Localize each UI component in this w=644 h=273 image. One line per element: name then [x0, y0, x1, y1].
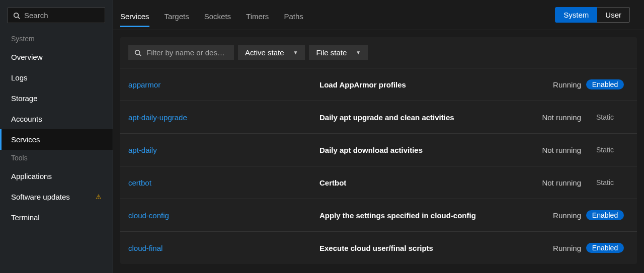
- service-row[interactable]: cloud-finalExecute cloud user/final scri…: [120, 231, 637, 264]
- chevron-down-icon: ▼: [293, 50, 298, 55]
- file-state-dropdown[interactable]: File state ▼: [309, 45, 368, 60]
- chevron-down-icon: ▼: [356, 50, 361, 55]
- section-header: Tools: [0, 150, 113, 166]
- header: ServicesTargetsSocketsTimersPaths System…: [113, 0, 644, 30]
- svg-line-3: [139, 54, 141, 56]
- warning-icon: ⚠: [96, 193, 102, 201]
- service-status: Not running: [521, 113, 581, 122]
- service-row[interactable]: apt-dailyDaily apt download activitiesNo…: [120, 133, 637, 166]
- tab-sockets[interactable]: Sockets: [204, 3, 231, 27]
- search-container: [0, 0, 113, 31]
- sidebar-item-label: Applications: [11, 172, 52, 180]
- service-name[interactable]: apt-daily: [128, 146, 319, 154]
- sidebar-item-software-updates[interactable]: Software updates⚠: [0, 187, 113, 207]
- svg-line-1: [18, 17, 20, 19]
- service-description: Daily apt upgrade and clean activities: [319, 113, 521, 122]
- tab-targets[interactable]: Targets: [165, 3, 189, 27]
- search-box[interactable]: [8, 8, 105, 23]
- service-file-state: Enabled: [581, 210, 629, 220]
- sidebar-item-storage[interactable]: Storage: [0, 88, 113, 109]
- service-row[interactable]: cloud-configApply the settings specified…: [120, 199, 637, 231]
- sidebar-item-logs[interactable]: Logs: [0, 67, 113, 88]
- status-badge: Enabled: [586, 79, 624, 89]
- service-description: Execute cloud user/final scripts: [319, 244, 521, 252]
- active-state-label: Active state: [245, 48, 284, 57]
- section-header: System: [0, 31, 113, 47]
- sidebar-item-label: Accounts: [11, 115, 42, 123]
- sidebar-item-label: Logs: [11, 73, 28, 82]
- status-badge: Enabled: [586, 210, 624, 220]
- service-name[interactable]: cloud-config: [128, 211, 319, 220]
- service-row[interactable]: certbotCertbotNot runningStatic: [120, 166, 637, 199]
- search-input[interactable]: [24, 11, 100, 20]
- service-status: Running: [521, 80, 581, 89]
- service-status: Not running: [521, 146, 581, 154]
- service-status: Not running: [521, 178, 581, 187]
- sidebar-item-accounts[interactable]: Accounts: [0, 109, 113, 129]
- service-file-state: Enabled: [581, 79, 629, 89]
- tab-paths[interactable]: Paths: [284, 3, 303, 27]
- svg-point-2: [135, 50, 140, 54]
- service-status: Running: [521, 211, 581, 220]
- services-panel: Active state ▼ File state ▼ apparmorLoad…: [120, 37, 637, 264]
- service-name[interactable]: certbot: [128, 178, 319, 187]
- service-row[interactable]: apparmorLoad AppArmor profilesRunningEna…: [120, 68, 637, 101]
- sidebar-item-label: Storage: [11, 94, 38, 103]
- sidebar-item-label: Terminal: [11, 213, 40, 222]
- sidebar-item-overview[interactable]: Overview: [0, 47, 113, 67]
- status-badge: Static: [590, 145, 620, 155]
- service-row[interactable]: apt-daily-upgradeDaily apt upgrade and c…: [120, 101, 637, 133]
- scope-system-button[interactable]: System: [555, 7, 597, 23]
- sidebar-item-label: Services: [11, 135, 40, 144]
- scope-user-button[interactable]: User: [597, 7, 630, 23]
- service-file-state: Static: [581, 177, 629, 188]
- tab-timers[interactable]: Timers: [246, 3, 269, 27]
- active-state-dropdown[interactable]: Active state ▼: [238, 45, 305, 60]
- services-list: apparmorLoad AppArmor profilesRunningEna…: [120, 68, 637, 264]
- service-name[interactable]: apt-daily-upgrade: [128, 113, 319, 122]
- sidebar-item-services[interactable]: Services: [0, 129, 113, 150]
- sidebar-item-terminal[interactable]: Terminal: [0, 207, 113, 228]
- status-badge: Static: [590, 177, 620, 188]
- status-badge: Enabled: [586, 243, 624, 253]
- sidebar-item-label: Software updates: [11, 193, 70, 201]
- service-description: Load AppArmor profiles: [319, 80, 521, 89]
- main-content: ServicesTargetsSocketsTimersPaths System…: [113, 0, 644, 273]
- filters-bar: Active state ▼ File state ▼: [120, 37, 637, 68]
- service-description: Certbot: [319, 178, 521, 187]
- filter-input[interactable]: [146, 48, 228, 57]
- service-description: Apply the settings specified in cloud-co…: [319, 211, 521, 220]
- service-file-state: Enabled: [581, 243, 629, 253]
- tabs: ServicesTargetsSocketsTimersPaths: [113, 3, 303, 27]
- service-name[interactable]: cloud-final: [128, 244, 319, 252]
- status-badge: Static: [590, 112, 620, 122]
- sidebar-item-label: Overview: [11, 53, 43, 61]
- file-state-label: File state: [316, 48, 347, 57]
- search-icon: [13, 12, 20, 19]
- service-file-state: Static: [581, 112, 629, 122]
- service-description: Daily apt download activities: [319, 146, 521, 154]
- service-file-state: Static: [581, 145, 629, 155]
- sidebar: SystemOverviewLogsStorageAccountsService…: [0, 0, 113, 273]
- filter-search-icon: [134, 49, 141, 56]
- filter-input-wrap[interactable]: [128, 45, 234, 60]
- service-status: Running: [521, 244, 581, 252]
- svg-point-0: [14, 13, 19, 17]
- tab-services[interactable]: Services: [120, 3, 149, 27]
- sidebar-item-applications[interactable]: Applications: [0, 166, 113, 187]
- service-name[interactable]: apparmor: [128, 80, 319, 89]
- scope-buttons: SystemUser: [555, 7, 630, 23]
